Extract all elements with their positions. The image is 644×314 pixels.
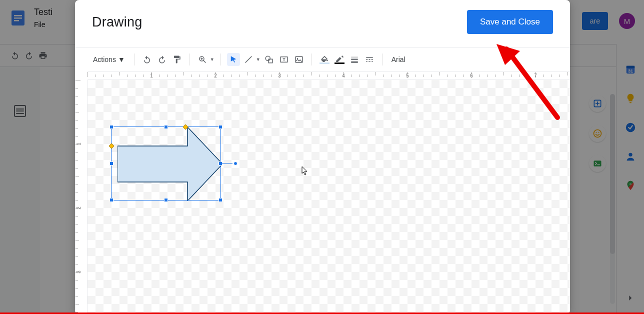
divider xyxy=(190,54,190,66)
line-tool[interactable]: ▼ xyxy=(242,53,260,66)
svg-rect-33 xyxy=(371,59,372,60)
dialog-title: Drawing xyxy=(92,14,142,30)
svg-rect-27 xyxy=(351,57,358,58)
border-dash-icon[interactable] xyxy=(363,53,376,66)
svg-rect-21 xyxy=(268,59,272,63)
handle-mid-left[interactable] xyxy=(110,162,114,166)
svg-line-16 xyxy=(204,60,206,62)
undo-icon[interactable] xyxy=(140,53,154,66)
svg-rect-38 xyxy=(372,61,373,62)
svg-rect-36 xyxy=(369,61,370,62)
zoom-icon xyxy=(196,53,209,66)
divider xyxy=(220,54,221,66)
svg-text:T: T xyxy=(282,58,285,62)
font-family-select[interactable]: Arial xyxy=(388,56,424,64)
line-icon xyxy=(242,53,255,66)
fill-color-icon[interactable] xyxy=(318,53,331,66)
svg-rect-34 xyxy=(366,61,367,62)
svg-rect-37 xyxy=(370,61,372,62)
save-and-close-button[interactable]: Save and Close xyxy=(467,10,553,34)
svg-line-19 xyxy=(246,56,252,62)
svg-point-26 xyxy=(326,60,328,61)
drawing-canvas[interactable] xyxy=(88,80,570,314)
dialog-header: Drawing Save and Close xyxy=(75,0,570,47)
divider xyxy=(382,54,382,66)
drawing-dialog: Drawing Save and Close Actions ▼ ▼ xyxy=(75,0,570,314)
chevron-down-icon: ▼ xyxy=(256,57,260,62)
paint-format-icon[interactable] xyxy=(170,53,184,66)
svg-rect-35 xyxy=(368,61,368,62)
rotation-line xyxy=(220,164,232,164)
vertical-ruler: 123 xyxy=(75,80,88,314)
svg-rect-30 xyxy=(366,58,373,58)
svg-rect-28 xyxy=(351,59,358,60)
drawing-toolbar: Actions ▼ ▼ ▼ xyxy=(75,48,570,72)
handle-top-right[interactable] xyxy=(218,125,222,129)
divider xyxy=(134,54,134,66)
rotation-handle[interactable] xyxy=(234,162,238,166)
actions-label: Actions xyxy=(93,56,116,64)
horizontal-ruler: 1234567 xyxy=(88,72,570,80)
cursor-icon xyxy=(302,166,308,176)
handle-bottom-mid[interactable] xyxy=(164,198,168,202)
select-tool-icon[interactable] xyxy=(227,53,240,66)
canvas-wrap: 123 xyxy=(75,80,570,314)
adjust-handle-head[interactable] xyxy=(183,124,188,130)
svg-rect-31 xyxy=(366,59,368,60)
shape-tool-icon[interactable] xyxy=(262,53,276,66)
border-color-icon[interactable] xyxy=(333,53,346,66)
actions-menu[interactable]: Actions ▼ xyxy=(90,54,128,66)
adjust-handle-body[interactable] xyxy=(108,143,114,148)
svg-point-25 xyxy=(297,58,298,59)
more-icon[interactable] xyxy=(542,53,555,66)
textbox-tool-icon[interactable]: T xyxy=(278,53,290,66)
svg-point-20 xyxy=(266,56,270,60)
handle-bottom-right[interactable] xyxy=(218,198,222,202)
divider xyxy=(312,54,312,66)
zoom-menu[interactable]: ▼ xyxy=(196,53,214,66)
handle-bottom-left[interactable] xyxy=(110,198,114,202)
border-weight-icon[interactable] xyxy=(348,53,361,66)
redo-icon[interactable] xyxy=(156,53,168,66)
handle-top-left[interactable] xyxy=(110,125,114,129)
image-tool-icon[interactable] xyxy=(292,53,306,66)
handle-top-mid[interactable] xyxy=(164,125,168,129)
svg-rect-29 xyxy=(351,62,358,63)
chevron-down-icon: ▼ xyxy=(118,56,125,64)
svg-rect-32 xyxy=(368,59,370,60)
selection-box[interactable] xyxy=(111,126,221,200)
chevron-down-icon: ▼ xyxy=(210,57,214,62)
